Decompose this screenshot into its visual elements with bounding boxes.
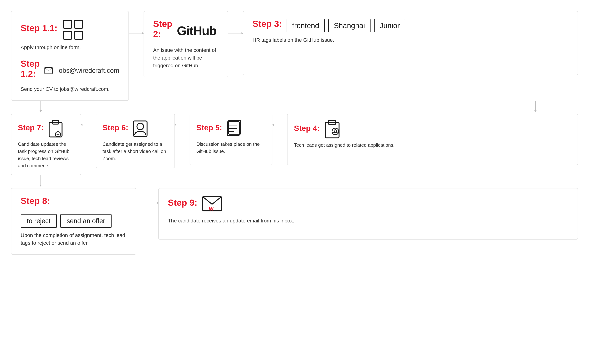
- tag-reject: to reject: [21, 214, 57, 228]
- svg-rect-3: [74, 31, 83, 39]
- step2-label: Step 2:: [153, 19, 172, 39]
- svg-line-29: [203, 197, 212, 204]
- arrow-1-2: [129, 11, 144, 33]
- person-card-icon: [132, 119, 148, 138]
- step5-label: Step 5:: [196, 123, 222, 132]
- step8-card: Step 8: to reject send an offer Upon the…: [11, 188, 136, 255]
- step9-label: Step 9:: [168, 198, 197, 208]
- step6-card: Step 6: Candidate get assigned to a task…: [96, 114, 175, 168]
- step3-label: Step 3:: [253, 19, 282, 29]
- email-w-icon: w: [202, 196, 222, 213]
- flow-container: Step 1.1: Apply through online form. Ste…: [7, 7, 582, 258]
- arrow-6-5: [175, 114, 190, 125]
- tag-junior: Junior: [374, 19, 405, 32]
- svg-rect-2: [63, 31, 72, 39]
- svg-line-6: [49, 68, 52, 71]
- email-icon: [44, 62, 53, 79]
- clipboard-person-icon: [323, 119, 341, 139]
- svg-text:w: w: [209, 205, 214, 212]
- svg-rect-19: [229, 120, 241, 134]
- step1-1-desc: Apply through online form.: [21, 44, 119, 51]
- step8-action-tags: to reject send an offer: [21, 214, 112, 228]
- arrow-5-4: [272, 114, 287, 125]
- step9-desc: The candidate receives an update email f…: [168, 217, 568, 225]
- step2-card: Step 2: GitHub An issue with the content…: [144, 11, 228, 77]
- step4-label: Step 4:: [294, 124, 320, 133]
- step1-2-label: Step 1.2:: [21, 59, 40, 79]
- arrow-7-6: [81, 114, 96, 125]
- arrow-8-9: [136, 188, 158, 203]
- svg-rect-1: [74, 20, 83, 28]
- clipboard-attach-icon: [47, 119, 64, 138]
- svg-rect-0: [63, 20, 72, 28]
- step7-card: Step 7: Candidate updates the task progr…: [11, 114, 81, 175]
- step1-2-desc: Send your CV to jobs@wiredcraft.com.: [21, 85, 119, 93]
- step3-tags: frontend Shanghai Junior: [287, 19, 405, 32]
- svg-point-8: [47, 68, 47, 69]
- step8-label: Step 8:: [21, 196, 50, 206]
- step9-card: Step 9: w The candidate receives an upda…: [158, 188, 578, 240]
- step4-card: Step 4: Tech leads get assigned to relat…: [287, 114, 578, 165]
- github-text: GitHub: [177, 24, 216, 38]
- svg-point-26: [332, 128, 339, 135]
- step7-desc: Candidate updates the task progress on G…: [18, 141, 74, 169]
- step5-desc: Discussion takes place on the GitHub iss…: [196, 141, 266, 155]
- step3-desc: HR tags labels on the GitHub issue.: [253, 36, 568, 44]
- tag-frontend: frontend: [287, 19, 325, 32]
- step1-1-label: Step 1.1:: [21, 23, 57, 33]
- step6-desc: Candidate get assigned to a task after a…: [102, 141, 168, 162]
- svg-point-18: [137, 123, 144, 130]
- tag-offer: send an offer: [60, 214, 112, 228]
- arrow-2-3: [228, 11, 243, 33]
- step5-card: Step 5: Discussion takes place on the Gi…: [190, 114, 272, 165]
- step7-label: Step 7:: [18, 123, 44, 132]
- svg-point-7: [46, 68, 46, 69]
- apps-icon: [62, 19, 84, 41]
- step6-label: Step 6:: [102, 123, 128, 132]
- step8-desc: Upon the completion of assignment, tech …: [21, 231, 127, 247]
- step1-card: Step 1.1: Apply through online form. Ste…: [11, 11, 129, 101]
- step3-card: Step 3: frontend Shanghai Junior HR tags…: [243, 11, 578, 75]
- papers-icon: [226, 119, 243, 138]
- step4-desc: Tech leads get assigned to related appli…: [294, 142, 571, 149]
- tag-shanghai: Shanghai: [328, 19, 370, 32]
- email-address: jobs@wiredcraft.com: [57, 67, 119, 74]
- step2-desc: An issue with the content of the applica…: [153, 46, 219, 70]
- svg-line-30: [212, 197, 221, 204]
